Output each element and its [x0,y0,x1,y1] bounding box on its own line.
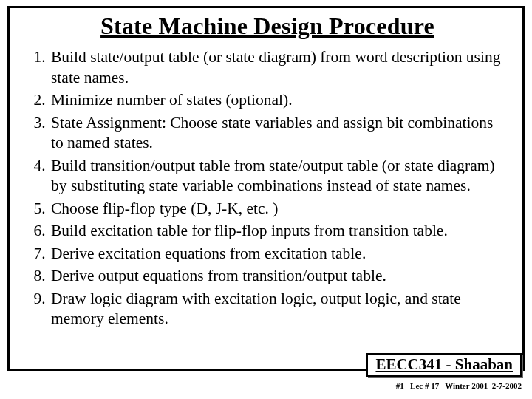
slide: State Machine Design Procedure Build sta… [0,0,532,399]
list-item: Derive output equations from transition/… [50,266,509,287]
list-item: Derive excitation equations from excitat… [50,244,509,265]
course-box: EECC341 - Shaaban [366,353,522,377]
list-item: Build excitation table for flip-flop inp… [50,221,509,242]
slide-title: State Machine Design Procedure [26,13,509,40]
list-item: Build state/output table (or state diagr… [50,47,509,88]
list-item: Minimize number of states (optional). [50,90,509,111]
list-item: Choose flip-flop type (D, J-K, etc. ) [50,199,509,219]
slide-frame: State Machine Design Procedure Build sta… [7,6,525,371]
list-item: Draw logic diagram with excitation logic… [50,289,509,330]
list-item: Build transition/output table from state… [50,156,509,197]
procedure-list: Build state/output table (or state diagr… [29,47,509,330]
list-item: State Assignment: Choose state variables… [50,113,509,154]
slide-footer: #1 Lec # 17 Winter 2001 2-7-2002 [396,381,522,390]
